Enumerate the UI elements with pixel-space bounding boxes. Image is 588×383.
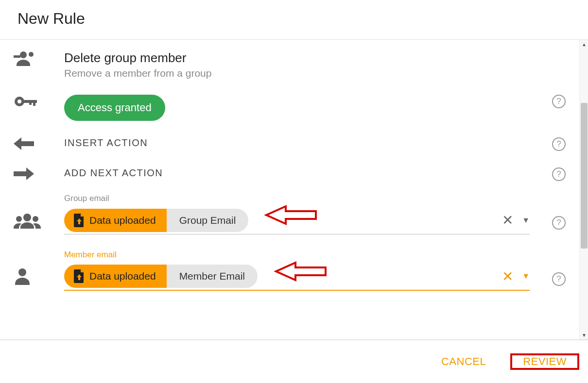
group-email-input[interactable]: Data uploaded Group Email ✕ ▼ [64,206,530,234]
group-email-row: Group email Data uploaded [0,187,576,240]
file-upload-icon [74,269,85,283]
action-summary-row: Delete group member Remove a member from… [0,40,576,85]
data-chip[interactable]: Data uploaded Group Email [64,209,248,232]
chip-right-label: Group Email [167,209,249,232]
chip-right-label: Member Email [167,265,258,288]
dialog-footer: CANCEL REVIEW [0,339,588,383]
data-chip[interactable]: Data uploaded Member Email [64,265,258,288]
insert-action-row[interactable]: INSERT ACTION ? [0,127,576,157]
help-icon[interactable]: ? [552,216,566,230]
access-row: Access granted ? [0,85,576,127]
svg-point-8 [23,214,31,221]
clear-icon[interactable]: ✕ [502,212,513,228]
arrow-left-icon [0,137,64,150]
dropdown-icon[interactable]: ▼ [522,272,530,281]
add-next-action-row[interactable]: ADD NEXT ACTION ? [0,157,576,187]
svg-rect-2 [14,55,20,58]
member-email-row: Member email Data uploaded [0,240,576,297]
key-icon [0,95,64,108]
field-label: Member email [64,250,530,260]
action-title: Delete group member [64,50,530,66]
svg-point-10 [33,216,38,222]
chip-left-label: Data uploaded [89,215,156,226]
help-icon[interactable]: ? [552,272,566,286]
review-button[interactable]: REVIEW [512,349,577,374]
svg-point-9 [16,216,22,222]
dialog-body: Delete group member Remove a member from… [0,40,588,339]
scroll-up-icon[interactable]: ▲ [580,40,588,49]
svg-rect-7 [29,100,32,105]
access-granted-chip[interactable]: Access granted [64,95,165,121]
dialog-title: New Rule [17,10,571,28]
dialog-header: New Rule [0,0,588,40]
group-remove-icon [0,50,64,67]
svg-rect-6 [33,100,35,106]
scrollbar[interactable]: ▲ ▼ [579,40,588,339]
add-next-action-label: ADD NEXT ACTION [64,167,530,179]
insert-action-label: INSERT ACTION [64,137,530,149]
svg-point-11 [18,268,26,276]
member-email-input[interactable]: Data uploaded Member Email ✕ ▼ [64,263,530,291]
arrow-right-icon [0,167,64,180]
svg-point-1 [29,52,34,57]
new-rule-dialog: New Rule Delete group member Remove a me… [0,0,588,383]
cancel-button[interactable]: CANCEL [431,349,497,375]
chip-left-label: Data uploaded [89,270,156,282]
help-icon[interactable]: ? [552,167,566,181]
field-label: Group email [64,194,530,203]
action-subtitle: Remove a member from a group [64,67,530,79]
annotation-highlight-box: REVIEW [510,353,579,370]
clear-icon[interactable]: ✕ [502,268,513,284]
svg-point-0 [20,51,27,58]
dropdown-icon[interactable]: ▼ [522,216,530,225]
person-icon [0,267,64,291]
file-upload-icon [74,214,85,227]
scroll-thumb[interactable] [581,103,588,249]
help-icon[interactable]: ? [552,95,566,108]
help-icon[interactable]: ? [552,137,566,151]
svg-point-4 [17,100,21,103]
scroll-down-icon[interactable]: ▼ [580,331,588,339]
group-icon [0,213,64,234]
